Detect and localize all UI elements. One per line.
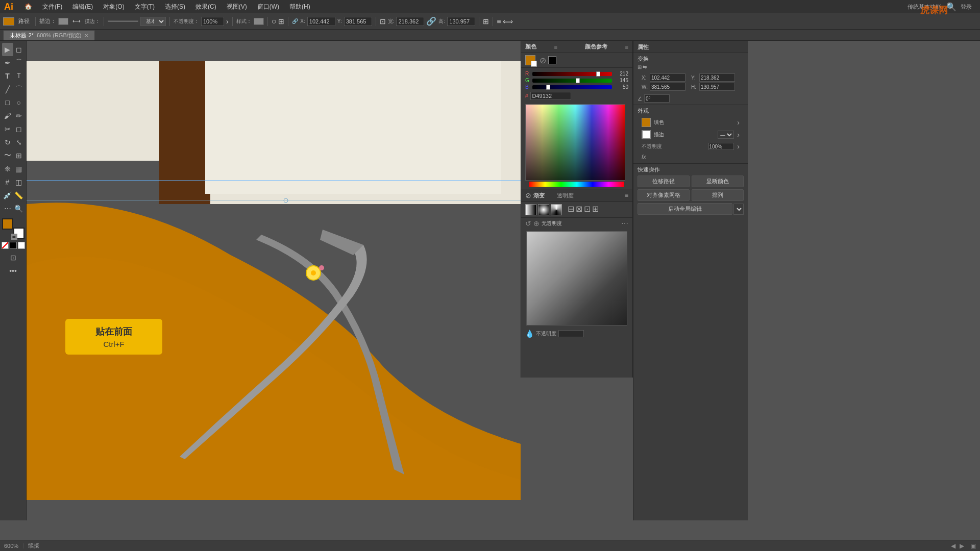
- menu-select[interactable]: 选择(S): [160, 1, 190, 13]
- color-picker-spectrum[interactable]: [525, 104, 625, 181]
- menu-help[interactable]: 帮助(H): [284, 1, 315, 13]
- free-transform-tool[interactable]: ⊞: [13, 149, 24, 162]
- opacity-input[interactable]: [201, 17, 224, 26]
- opacity-expand[interactable]: ›: [226, 17, 229, 26]
- menu-window[interactable]: 窗口(W): [252, 1, 284, 13]
- blend-tool[interactable]: ⋯: [2, 202, 13, 215]
- align-right-icon[interactable]: ⊡: [584, 204, 591, 215]
- gradient-opacity-input[interactable]: [558, 330, 584, 337]
- stroke-icon-gp[interactable]: ⊘: [525, 191, 531, 199]
- more-tools[interactable]: •••: [2, 264, 24, 278]
- stroke-style-select[interactable]: 基本: [140, 17, 166, 26]
- arc-tool[interactable]: ⌒: [13, 83, 24, 96]
- black-swatch-sm[interactable]: [548, 56, 556, 64]
- break-color-btn[interactable]: 显断颜色: [692, 176, 744, 187]
- ty-input[interactable]: [699, 73, 735, 82]
- scale-tool[interactable]: ⤡: [13, 136, 24, 149]
- zoom-tool[interactable]: 🔍: [13, 202, 24, 215]
- stroke-expand-icon[interactable]: ›: [737, 131, 740, 139]
- tw-input[interactable]: [650, 83, 685, 91]
- align-center-icon[interactable]: ⊠: [576, 204, 582, 215]
- flip-icon[interactable]: ⊞: [592, 204, 599, 215]
- none-swatch[interactable]: [2, 242, 9, 249]
- linear-gradient-icon[interactable]: [525, 204, 536, 215]
- global-edit-select[interactable]: ▾: [733, 204, 744, 215]
- r-slider-track[interactable]: [532, 72, 612, 76]
- link-dimensions-icon[interactable]: 🔗: [426, 16, 436, 26]
- paintbrush-tool[interactable]: 🖌: [2, 109, 13, 122]
- rect-tool[interactable]: □: [2, 96, 13, 109]
- freeform-gradient-icon[interactable]: [551, 204, 562, 215]
- vertical-type-tool[interactable]: Ｔ: [13, 69, 24, 83]
- transform-gp-icon[interactable]: ↺: [525, 219, 531, 228]
- rotate-tool[interactable]: ↻: [2, 136, 13, 149]
- align-left-icon[interactable]: ⊟: [568, 204, 574, 215]
- gradient-panel-menu[interactable]: ≡: [625, 192, 628, 199]
- color-panel-menu[interactable]: ≡: [554, 44, 557, 50]
- menu-file[interactable]: 文件(F): [37, 1, 67, 13]
- menu-text[interactable]: 文字(T): [130, 1, 160, 13]
- eraser-tool[interactable]: ◻: [13, 122, 24, 136]
- transform-icon[interactable]: ⊞: [483, 17, 489, 26]
- menu-view[interactable]: 视图(V): [222, 1, 252, 13]
- fill-color-swatch[interactable]: [3, 17, 14, 26]
- warp-tool[interactable]: 〜: [2, 149, 13, 162]
- pencil-tool[interactable]: ✏: [13, 109, 24, 122]
- column-graph-tool[interactable]: ▦: [13, 162, 24, 176]
- stroke-weight-select[interactable]: —: [718, 131, 734, 139]
- fill-swatch-prop[interactable]: [642, 118, 651, 127]
- active-tab[interactable]: 未标题-2* 600% (RGB/预览) ✕: [3, 30, 95, 40]
- menu-object[interactable]: 对象(O): [98, 1, 129, 13]
- g-slider-track[interactable]: [532, 79, 612, 83]
- gradient-preview[interactable]: [526, 231, 627, 325]
- symbol-sprayer-tool[interactable]: ❊: [2, 162, 13, 176]
- swap-colors-icon[interactable]: ⇄: [11, 234, 17, 240]
- menu-home[interactable]: 🏠: [19, 2, 37, 12]
- circle-icon[interactable]: ○: [272, 17, 277, 26]
- hue-slider[interactable]: [529, 182, 624, 187]
- arrange-btn[interactable]: 排列: [692, 189, 744, 201]
- black-swatch[interactable]: [10, 242, 17, 249]
- no-fill-icon[interactable]: ⊘: [540, 56, 546, 65]
- canvas-area[interactable]: 贴在前面 Ctrl+F: [27, 41, 521, 520]
- y-input[interactable]: [344, 17, 372, 26]
- x-input[interactable]: [307, 17, 335, 26]
- gradient-tool[interactable]: ◫: [13, 176, 24, 189]
- nav-fit-icon[interactable]: ▣: [970, 542, 976, 549]
- stroke-swatch-prop[interactable]: [642, 130, 651, 139]
- w-input[interactable]: [396, 17, 424, 26]
- offset-path-btn[interactable]: 位移路径: [638, 176, 690, 187]
- th-input[interactable]: [699, 83, 735, 91]
- opacity-more-icon[interactable]: ›: [737, 142, 740, 151]
- transform-icon-flip[interactable]: ⇆: [643, 64, 647, 70]
- align-pixel-btn[interactable]: 对齐像素网格: [638, 189, 690, 201]
- tx-input[interactable]: [650, 73, 685, 82]
- radial-gradient-icon[interactable]: [538, 204, 549, 215]
- style-swatch[interactable]: [254, 18, 264, 25]
- b-slider-track[interactable]: [532, 85, 612, 89]
- artboard-tool[interactable]: ⊡: [2, 251, 24, 264]
- blend-icon[interactable]: ⟷: [70, 17, 83, 26]
- b-slider-thumb[interactable]: [546, 85, 550, 90]
- nav-right-icon[interactable]: ▶: [960, 542, 964, 549]
- hex-input[interactable]: [530, 92, 571, 100]
- global-edit-btn[interactable]: 启动全局编辑: [638, 203, 732, 215]
- fx-label[interactable]: fx: [642, 154, 646, 160]
- opacity-input-prop[interactable]: [708, 143, 734, 150]
- menu-effect[interactable]: 效果(C): [190, 1, 222, 13]
- selection-tool[interactable]: ▶: [2, 43, 13, 56]
- main-fill-swatch[interactable]: [525, 55, 535, 65]
- more-gp-icon[interactable]: ⋯: [621, 219, 628, 228]
- expand-gp-icon[interactable]: ⊕: [533, 219, 540, 228]
- color-ref-menu[interactable]: ≡: [625, 44, 628, 50]
- h-input[interactable]: [447, 17, 475, 26]
- mesh-tool[interactable]: #: [2, 176, 13, 189]
- type-tool[interactable]: T: [2, 69, 13, 83]
- r-slider-thumb[interactable]: [596, 71, 600, 77]
- align-icon[interactable]: ≡: [497, 17, 501, 26]
- scissors-tool[interactable]: ✂: [2, 122, 13, 136]
- eyedropper-gp-icon[interactable]: 💧: [525, 330, 534, 338]
- measure-tool[interactable]: 📏: [13, 189, 24, 202]
- nav-left-icon[interactable]: ◀: [951, 542, 955, 549]
- menu-edit[interactable]: 编辑(E): [67, 1, 98, 13]
